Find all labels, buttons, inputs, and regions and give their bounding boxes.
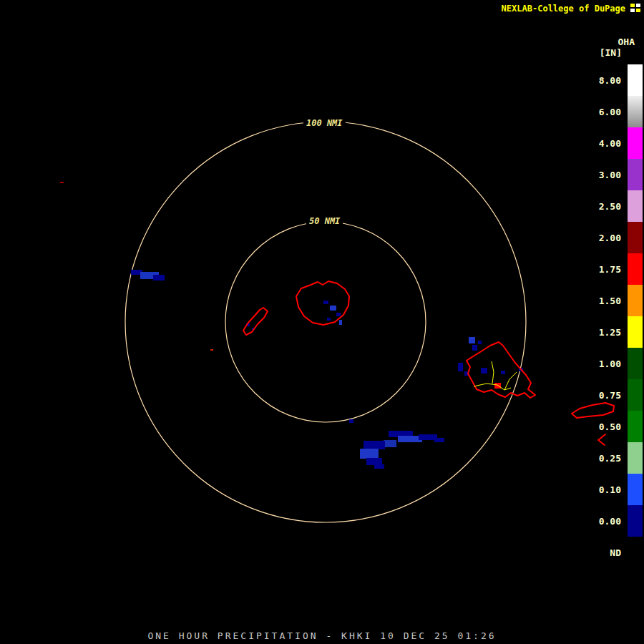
legend-entry: 0.50 — [588, 411, 643, 442]
legend-entry: 1.00 — [588, 348, 643, 379]
legend-entry: 1.50 — [588, 285, 643, 316]
legend-color-swatch — [628, 127, 643, 159]
legend-entry: 8.00 — [588, 64, 643, 96]
legend-color-swatch — [628, 411, 643, 442]
legend-value-label: 2.00 — [588, 233, 621, 243]
legend-value-label: 0.25 — [588, 453, 621, 464]
legend-entry: 0.25 — [588, 442, 643, 474]
legend-value-label: 1.50 — [588, 296, 621, 306]
legend-color-swatch — [628, 96, 643, 127]
legend-value-label: 0.10 — [588, 484, 621, 495]
coastlines — [243, 281, 614, 445]
legend-color-swatch — [628, 253, 643, 285]
legend-color-swatch — [628, 442, 643, 474]
legend-color-swatch — [628, 159, 643, 190]
island-outline-southwest — [243, 308, 268, 335]
cod-logo-icon — [629, 2, 642, 14]
legend-entry: 2.00 — [588, 222, 643, 253]
legend-color-swatch — [628, 64, 643, 96]
legend-value-label: 0.00 — [588, 516, 621, 527]
legend-color-swatch — [628, 348, 643, 379]
legend-color-swatch — [628, 379, 643, 411]
legend-entry: 3.00 — [588, 159, 643, 190]
legend-color-swatch — [628, 474, 643, 505]
legend-color-swatch — [628, 222, 643, 253]
legend-value-label: 4.00 — [588, 138, 621, 149]
legend-value-label: 8.00 — [588, 75, 621, 86]
legend-value-label: 3.00 — [588, 170, 621, 180]
legend-entry: 0.10 — [588, 474, 643, 505]
legend-value-label: 2.50 — [588, 201, 621, 212]
legend-entry: 0.00 — [588, 505, 643, 537]
legend-entry: 6.00 — [588, 96, 643, 127]
legend-entry: 2.50 — [588, 190, 643, 222]
legend-color-swatch — [628, 190, 643, 222]
range-ring-100nmi — [125, 122, 526, 522]
legend-product-code: OHA — [618, 36, 635, 47]
precip-echoes — [60, 182, 523, 469]
legend-entry: 0.75 — [588, 379, 643, 411]
radar-display: 100 NMI 50 NMI NEXLAB-College of DuPage … — [0, 0, 644, 644]
legend-value-label: 0.75 — [588, 390, 621, 401]
legend-value-label: 1.75 — [588, 264, 621, 275]
legend-color-swatch — [628, 505, 643, 537]
legend-value-label: 1.25 — [588, 327, 621, 338]
range-ring-50nmi — [225, 222, 426, 422]
legend-entry: ND — [588, 537, 643, 568]
radar-map — [0, 0, 644, 644]
brand-text: NEXLAB-College of DuPage — [502, 4, 625, 14]
legend-entries: 8.006.004.003.002.502.001.751.501.251.00… — [588, 64, 643, 568]
legend-value-label: ND — [588, 547, 621, 558]
range-ring-label-100: 100 NMI — [303, 118, 346, 128]
legend-value-label: 6.00 — [588, 107, 621, 117]
legend-color-swatch — [628, 285, 643, 316]
range-rings — [125, 122, 526, 522]
product-title: ONE HOUR PRECIPITATION - KHKI 10 DEC 25 … — [0, 630, 644, 641]
legend-units: [IN] — [600, 47, 622, 58]
heavy-echo — [494, 383, 501, 389]
island-outline-center — [296, 281, 349, 325]
legend-color-swatch — [628, 537, 643, 568]
range-ring-label-50: 50 NMI — [306, 216, 343, 226]
legend-value-label: 1.00 — [588, 358, 621, 369]
legend-entry: 1.25 — [588, 316, 643, 348]
legend-color-swatch — [628, 316, 643, 348]
legend-entry: 4.00 — [588, 127, 643, 159]
legend-entry: 1.75 — [588, 253, 643, 285]
legend-value-label: 0.50 — [588, 421, 621, 432]
